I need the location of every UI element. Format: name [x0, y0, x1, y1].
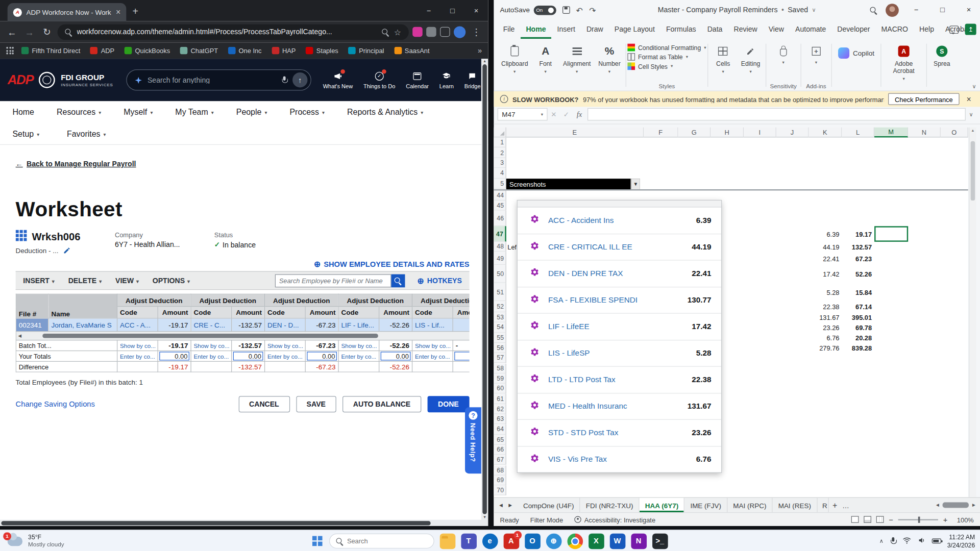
ribbon-clipboard[interactable]: Clipboard▾	[498, 40, 532, 90]
row-header-60[interactable]: 60	[494, 384, 506, 394]
deduction-code-cell[interactable]: ACC - A...	[117, 318, 158, 332]
ribbon-spreadsheet-partial[interactable]: SSprea	[928, 40, 955, 90]
ribbon-tab-home[interactable]: Home	[520, 20, 551, 39]
page-break-view-icon[interactable]	[876, 516, 884, 522]
grid-horizontal-scrollbar[interactable]: ◄►	[935, 502, 977, 508]
redo-icon[interactable]: ↷	[589, 5, 596, 14]
taskbar-search[interactable]	[329, 534, 434, 548]
row-header-50[interactable]: 50	[494, 265, 506, 283]
ribbon-tab-automate[interactable]: Automate	[790, 20, 831, 39]
your-total-input[interactable]: 0.00	[381, 352, 411, 360]
browser-close-button[interactable]: ×	[464, 0, 488, 21]
row-header-53[interactable]: 53	[494, 312, 506, 322]
ribbon-conditional-formatting[interactable]: Conditional Formatting▾	[627, 44, 706, 52]
nav-process[interactable]: Process▾	[289, 108, 325, 117]
nav-my-team[interactable]: My Team▾	[175, 108, 213, 117]
code-header[interactable]: Code	[338, 307, 379, 318]
deduction-amount-cell[interactable]: -67.23	[305, 318, 338, 332]
ribbon-tab-page-layout[interactable]: Page Layout	[609, 20, 660, 39]
sheet-tab-mai-rpc[interactable]: MAI (RPC)	[727, 498, 772, 512]
sheet-tab-fdi-nr2-txu[interactable]: FDI (NR2-TXU)	[580, 498, 640, 512]
excel-close-button[interactable]: ×	[960, 6, 977, 14]
sheet-nav-right-icon[interactable]: ►	[506, 502, 515, 508]
taskbar-app-teams-icon[interactable]: T	[461, 533, 477, 549]
row-header-5[interactable]: 5	[494, 179, 506, 189]
autosave-toggle[interactable]: AutoSave On	[500, 5, 556, 14]
file-column-header[interactable]: File #	[16, 294, 48, 318]
done-button[interactable]: DONE	[427, 396, 469, 412]
show-by-code-link[interactable]: Show by co...	[117, 340, 158, 351]
row-header-57[interactable]: 57	[494, 353, 506, 363]
cell-K52[interactable]: 22.38	[808, 301, 842, 312]
column-header-F[interactable]: F	[644, 128, 678, 138]
adp-header-item-what-s-new[interactable]: What's New	[323, 70, 353, 89]
enter-by-code-link[interactable]: Enter by co...	[338, 351, 379, 362]
ribbon-cells[interactable]: Cells▾	[709, 40, 737, 90]
column-header-K[interactable]: K	[808, 128, 842, 138]
adjust-deduction-header[interactable]: Adjust Deduction	[117, 294, 191, 306]
tray-mic-icon[interactable]	[890, 537, 896, 545]
taskbar-app-edge-icon[interactable]: e	[482, 533, 498, 549]
extension-icon[interactable]	[412, 27, 423, 37]
nav-resources[interactable]: Resources▾	[57, 108, 101, 117]
column-header-G[interactable]: G	[678, 128, 711, 138]
column-header-I[interactable]: I	[744, 128, 776, 138]
check-performance-button[interactable]: Check Performance	[888, 93, 960, 105]
ribbon-number[interactable]: %Number▾	[595, 40, 624, 90]
column-header-H[interactable]: H	[710, 128, 744, 138]
normal-view-icon[interactable]	[851, 516, 859, 522]
show-by-code-link[interactable]: Show by co...	[265, 340, 306, 351]
page-layout-view-icon[interactable]	[864, 516, 871, 522]
cell-L49[interactable]: 67.23	[842, 252, 874, 265]
change-saving-options-link[interactable]: Change Saving Options	[16, 400, 95, 409]
deduction-amount-cell[interactable]: -132.57	[232, 318, 265, 332]
show-by-code-link[interactable]: Show by co...	[338, 340, 379, 351]
row-header-46[interactable]: 46	[494, 211, 506, 227]
menu-view[interactable]: VIEW▾	[115, 277, 139, 284]
ribbon-tab-macro[interactable]: MACRO	[876, 20, 914, 39]
menu-options[interactable]: OPTIONS▾	[153, 277, 190, 284]
amount-header[interactable]: Amount	[305, 307, 338, 318]
extensions-puzzle-icon[interactable]	[426, 27, 436, 37]
row-header-58[interactable]: 58	[494, 363, 506, 373]
enter-by-code-link[interactable]: Enter by co...	[412, 351, 453, 362]
cell-L53[interactable]: 395.01	[842, 312, 874, 322]
show-details-link[interactable]: ⊕SHOW EMPLOYEE DETAILS AND RATES	[314, 259, 470, 268]
bookmark-fifth-third-direct[interactable]: Fifth Third Direct	[21, 47, 81, 55]
cell-K48[interactable]: 44.19	[808, 242, 842, 252]
active-cell-m47[interactable]	[874, 226, 908, 242]
amount-header[interactable]: Amount	[379, 307, 412, 318]
tab-close-icon[interactable]: ×	[116, 8, 120, 17]
row-header-48[interactable]: 48	[494, 242, 506, 252]
taskbar-app-onenote-icon[interactable]: N	[631, 533, 647, 549]
start-button[interactable]	[312, 536, 322, 546]
zoom-slider[interactable]	[898, 519, 938, 520]
cell-K53[interactable]: 131.67	[808, 312, 842, 322]
row-header-63[interactable]: 63	[494, 414, 506, 424]
sheet-tab-haa-6y7[interactable]: HAA (6Y7)	[640, 498, 685, 512]
your-total-input[interactable]: 0.00	[307, 352, 337, 360]
ribbon-add-ins[interactable]: +▾	[802, 40, 830, 65]
your-total-input[interactable]	[454, 352, 469, 360]
sheet-tab-r[interactable]: R	[817, 498, 828, 512]
bookmark-one-inc[interactable]: One Inc	[228, 47, 262, 55]
ribbon-tab-developer[interactable]: Developer	[831, 20, 875, 39]
ribbon-alignment[interactable]: Alignment▾	[559, 40, 595, 90]
ribbon-editing[interactable]: Editing▾	[737, 40, 765, 90]
column-header-M[interactable]: M	[874, 128, 908, 138]
employee-file-number[interactable]: 002341	[16, 318, 48, 332]
zoom-in-icon[interactable]: +	[943, 515, 948, 524]
bookmark-principal[interactable]: Principal	[348, 47, 384, 55]
deduction-amount-cell[interactable]: -19.17	[158, 318, 191, 332]
screenshots-dropdown-cell[interactable]: Screenshots ▼	[506, 179, 640, 189]
employee-search-input[interactable]	[275, 274, 391, 287]
nav-myself[interactable]: Myself▾	[124, 108, 153, 117]
sheet-tab-compone-u4f[interactable]: CompOne (U4F)	[518, 498, 580, 512]
code-header[interactable]: Code	[412, 307, 453, 318]
deduction-amount-cell[interactable]: -52.26	[379, 318, 412, 332]
share-button[interactable]: ↥	[965, 24, 976, 35]
nav-home[interactable]: Home	[12, 108, 34, 117]
adp-search-input[interactable]	[148, 76, 276, 84]
row-header-3[interactable]: 3	[494, 158, 506, 168]
your-total-input[interactable]: 0.00	[233, 352, 263, 360]
